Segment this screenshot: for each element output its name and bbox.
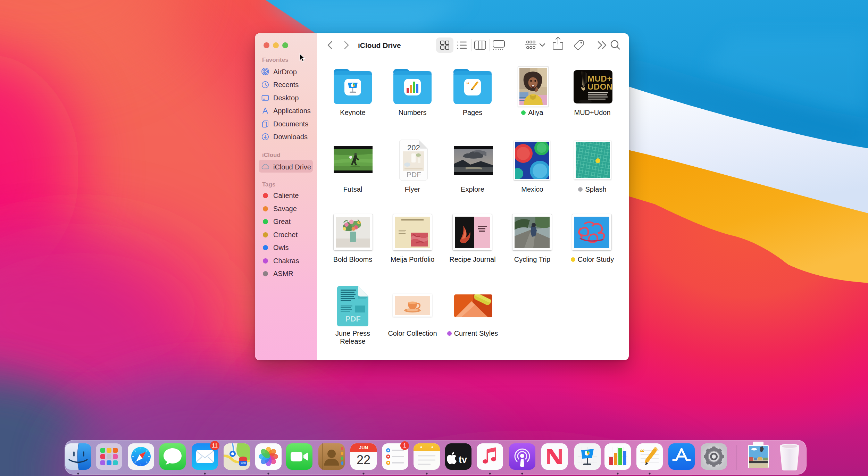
svg-text:PDF: PDF: [407, 170, 421, 178]
svg-text:280: 280: [241, 461, 246, 465]
svg-text:22: 22: [357, 453, 370, 467]
svg-text:“: “: [466, 81, 469, 87]
svg-text:“: “: [640, 447, 644, 457]
svg-text:tv: tv: [459, 454, 467, 465]
svg-text:UDON: UDON: [587, 82, 612, 91]
svg-text:202: 202: [407, 143, 420, 152]
svg-text:JUN: JUN: [359, 445, 368, 450]
svg-text:iCloud Drive: iCloud Drive: [358, 41, 401, 49]
svg-text:PDF: PDF: [345, 315, 361, 323]
